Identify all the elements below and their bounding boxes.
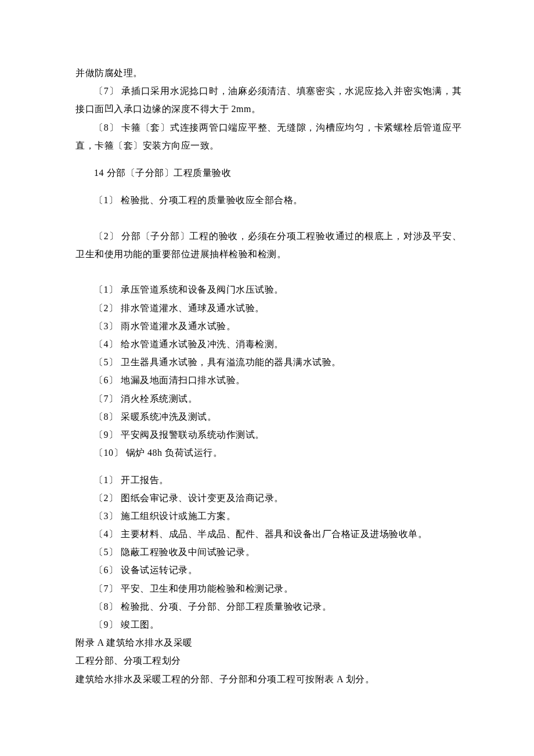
list-a: 〔1〕 承压管道系统和设备及阀门水压试验。 〔2〕 排水管道灌水、通球及通水试验… [75, 280, 461, 462]
list-a-item-6: 〔6〕 地漏及地面清扫口排水试验。 [75, 371, 461, 389]
list-b-item-1: 〔1〕 开工报告。 [75, 471, 461, 489]
list-b-item-9: 〔9〕 竣工图。 [75, 615, 461, 633]
list-b-item-6: 〔6〕 设备试运转记录。 [75, 561, 461, 579]
list-a-item-7: 〔7〕 消火栓系统测试。 [75, 390, 461, 408]
intro-item-7: 〔7〕 承插口采用水泥捻口时，油麻必须清洁、填塞密实，水泥应捻入并密实饱满，其接… [75, 82, 461, 118]
list-b: 〔1〕 开工报告。 〔2〕 图纸会审记录、设计变更及洽商记录。 〔3〕 施工组织… [75, 471, 461, 634]
list-b-item-4: 〔4〕 主要材料、成品、半成品、配件、器具和设备出厂合格证及进场验收单。 [75, 525, 461, 543]
list-a-item-4: 〔4〕 给水管道通水试验及冲洗、消毒检测。 [75, 335, 461, 353]
section-14-item-1: 〔1〕 检验批、分项工程的质量验收应全部合格。 [75, 191, 461, 209]
appendix-line-2: 工程分部、分项工程划分 [75, 651, 461, 669]
list-a-item-1: 〔1〕 承压管道系统和设备及阀门水压试验。 [75, 280, 461, 298]
appendix-line-1: 附录 A 建筑给水排水及采暖 [75, 633, 461, 651]
section-14-heading: 14 分部〔子分部〕工程质量验收 [75, 164, 461, 182]
list-a-item-2: 〔2〕 排水管道灌水、通球及通水试验。 [75, 299, 461, 317]
section-14-item-2: 〔2〕 分部〔子分部〕工程的验收，必须在分项工程验收通过的根底上，对涉及平安、卫… [75, 227, 461, 263]
intro-item-8: 〔8〕 卡箍〔套〕式连接两管口端应平整、无缝隙，沟槽应均匀，卡紧螺栓后管道应平直… [75, 118, 461, 154]
list-b-item-8: 〔8〕 检验批、分项、子分部、分部工程质量验收记录。 [75, 597, 461, 615]
list-b-item-5: 〔5〕 隐蔽工程验收及中间试验记录。 [75, 543, 461, 561]
list-b-item-7: 〔7〕 平安、卫生和使用功能检验和检测记录。 [75, 579, 461, 597]
list-a-item-9: 〔9〕 平安阀及报警联动系统动作测试。 [75, 426, 461, 444]
list-a-item-5: 〔5〕 卫生器具通水试验，具有溢流功能的器具满水试验。 [75, 353, 461, 371]
list-a-item-10: 〔10〕 锅炉 48h 负荷试运行。 [75, 444, 461, 462]
list-b-item-3: 〔3〕 施工组织设计或施工方案。 [75, 507, 461, 525]
appendix-line-3: 建筑给水排水及采暖工程的分部、子分部和分项工程可按附表 A 划分。 [75, 670, 461, 688]
list-a-item-3: 〔3〕 雨水管道灌水及通水试验。 [75, 317, 461, 335]
list-a-item-8: 〔8〕 采暖系统冲洗及测试。 [75, 408, 461, 426]
list-b-item-2: 〔2〕 图纸会审记录、设计变更及洽商记录。 [75, 489, 461, 507]
intro-line-1: 并做防腐处理。 [75, 64, 461, 82]
